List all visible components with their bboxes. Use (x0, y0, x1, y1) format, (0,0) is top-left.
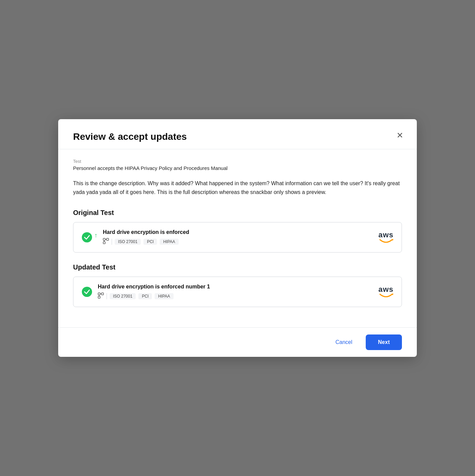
updated-test-icon-area (82, 286, 92, 297)
tag-divider (112, 239, 112, 245)
svg-rect-9 (101, 293, 104, 295)
tag-iso27001: ISO 27001 (115, 239, 141, 245)
original-test-card: ↑ Hard drive encryption is enforced (73, 222, 402, 253)
updated-aws-smile-icon (379, 293, 393, 298)
tag-hipaa: HIPAA (160, 239, 178, 245)
tag-pci: PCI (143, 239, 157, 245)
close-button[interactable]: ✕ (395, 130, 405, 141)
subtitle-value: Personnel accepts the HIPAA Privacy Poli… (73, 165, 402, 171)
aws-smile-icon (379, 239, 393, 243)
original-aws-logo: aws (378, 231, 393, 243)
close-icon: ✕ (397, 131, 403, 139)
modal-title: Review & accept updates (73, 131, 402, 142)
original-test-icon-area: ↑ (82, 232, 97, 243)
original-test-info: Hard drive encryption is enforced (103, 229, 373, 245)
updated-test-info: Hard drive encryption is enforced number… (98, 284, 373, 300)
svg-point-0 (82, 232, 92, 242)
change-description: This is the change description. Why was … (73, 179, 402, 197)
svg-rect-2 (107, 238, 109, 240)
check-circle-icon (82, 232, 92, 243)
updated-aws-text: aws (378, 286, 393, 293)
updated-tag-divider (107, 293, 107, 299)
modal-footer: Cancel Next (58, 327, 417, 357)
test-type-icon (103, 238, 109, 245)
cancel-button[interactable]: Cancel (327, 335, 361, 349)
up-arrow-icon: ↑ (94, 232, 97, 239)
updated-tag-iso27001: ISO 27001 (110, 293, 136, 299)
modal-body: Test Personnel accepts the HIPAA Privacy… (58, 149, 417, 328)
updated-test-section-title: Updated Test (73, 263, 402, 271)
original-test-name: Hard drive encryption is enforced (103, 229, 373, 235)
svg-point-7 (82, 287, 92, 297)
updated-test-card: Hard drive encryption is enforced number… (73, 277, 402, 307)
svg-rect-8 (98, 293, 100, 295)
original-test-tags-row: ISO 27001 PCI HIPAA (103, 238, 373, 245)
updated-test-name: Hard drive encryption is enforced number… (98, 284, 373, 290)
svg-rect-1 (103, 238, 105, 240)
updated-test-tags-row: ISO 27001 PCI HIPAA (98, 293, 373, 300)
svg-rect-3 (103, 242, 105, 244)
review-accept-modal: Review & accept updates ✕ Test Personnel… (58, 119, 417, 357)
modal-header: Review & accept updates ✕ (58, 119, 417, 149)
original-test-section-title: Original Test (73, 209, 402, 217)
updated-tag-pci: PCI (138, 293, 152, 299)
updated-aws-logo: aws (378, 286, 393, 298)
updated-test-type-icon (98, 293, 104, 300)
updated-tag-hipaa: HIPAA (155, 293, 173, 299)
modal-backdrop: Review & accept updates ✕ Test Personnel… (0, 0, 475, 476)
subtitle-label: Test (73, 159, 402, 164)
aws-text: aws (378, 231, 393, 239)
updated-check-circle-icon (82, 286, 92, 297)
next-button[interactable]: Next (366, 334, 402, 350)
svg-rect-10 (98, 296, 100, 298)
